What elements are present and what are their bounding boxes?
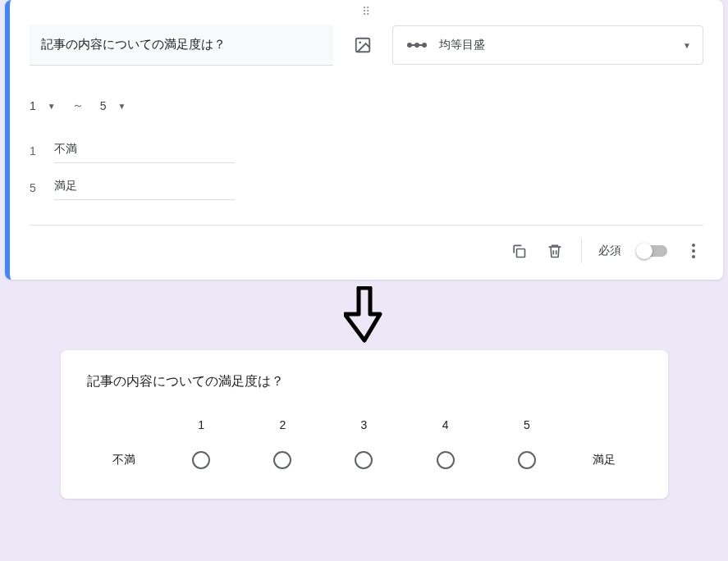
question-type-label: 均等目盛	[439, 38, 485, 52]
chevron-down-icon: ▼	[683, 41, 691, 50]
copy-icon	[511, 243, 527, 259]
footer-divider	[30, 225, 703, 226]
scale-radio-3[interactable]	[355, 451, 373, 469]
question-type-select[interactable]: 均等目盛 ▼	[392, 25, 703, 65]
svg-point-8	[692, 244, 695, 247]
scale-radio-1[interactable]	[192, 451, 210, 469]
scale-number: 2	[242, 418, 323, 431]
more-options-button[interactable]	[684, 241, 703, 261]
low-label-index: 1	[30, 144, 39, 157]
trash-icon	[547, 242, 563, 260]
preview-high-label: 満足	[567, 453, 641, 468]
preview-scale-grid: 1 2 3 4 5 不満 満足	[87, 418, 642, 469]
range-separator: ～	[72, 98, 84, 113]
image-icon	[354, 36, 372, 54]
scale-radio-4[interactable]	[437, 451, 455, 469]
question-title-input[interactable]	[30, 25, 333, 66]
duplicate-button[interactable]	[509, 241, 529, 261]
svg-rect-7	[517, 249, 525, 258]
svg-point-6	[422, 43, 427, 48]
question-footer: 必須	[30, 234, 703, 271]
question-preview-card: 記事の内容についての満足度は？ 1 2 3 4 5 不満 満足	[61, 350, 668, 499]
scale-number: 4	[405, 418, 486, 431]
required-toggle[interactable]	[638, 245, 667, 257]
preview-low-label: 不満	[87, 453, 161, 468]
scale-number: 1	[161, 418, 242, 431]
range-to-select[interactable]: 5 ▼	[100, 99, 126, 112]
toggle-knob	[636, 243, 652, 259]
range-from-select[interactable]: 1 ▼	[30, 99, 56, 112]
question-editor-card: ⠿ 均等目盛 ▼ 1 ▼ ～	[5, 0, 723, 280]
high-label-input[interactable]	[54, 175, 235, 200]
low-label-input[interactable]	[54, 138, 235, 163]
arrow-down-illustration	[0, 286, 728, 344]
range-from-value: 1	[30, 99, 36, 112]
more-vert-icon	[692, 244, 695, 258]
preview-question-title: 記事の内容についての満足度は？	[87, 373, 642, 390]
arrow-down-icon	[344, 286, 385, 344]
scale-range-row: 1 ▼ ～ 5 ▼	[30, 98, 703, 113]
linear-scale-icon	[406, 40, 428, 50]
scale-number: 5	[486, 418, 567, 431]
footer-separator	[581, 239, 582, 263]
delete-button[interactable]	[545, 241, 565, 261]
svg-point-10	[692, 255, 695, 258]
chevron-down-icon: ▼	[48, 102, 56, 111]
add-image-button[interactable]	[353, 35, 373, 55]
scale-radio-2[interactable]	[273, 451, 291, 469]
drag-handle-icon[interactable]: ⠿	[362, 5, 372, 18]
required-label: 必須	[598, 244, 621, 258]
svg-point-1	[359, 41, 361, 43]
range-to-value: 5	[100, 99, 107, 112]
question-top-row: 均等目盛 ▼	[30, 25, 703, 66]
svg-point-9	[692, 249, 695, 253]
scale-radio-5[interactable]	[518, 451, 536, 469]
scale-number: 3	[323, 418, 405, 431]
high-label-index: 5	[30, 181, 39, 194]
chevron-down-icon: ▼	[118, 102, 126, 111]
high-label-row: 5	[30, 175, 703, 200]
low-label-row: 1	[30, 138, 703, 163]
